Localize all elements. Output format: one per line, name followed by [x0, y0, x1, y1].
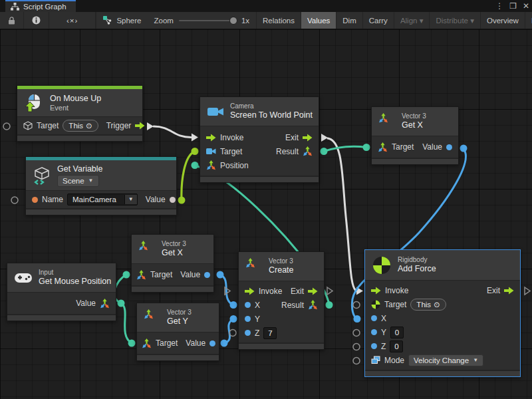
code-brackets-icon[interactable]: ‹×›: [49, 12, 96, 29]
wire-endpoint: [217, 271, 224, 279]
float-input-port[interactable]: [245, 330, 251, 336]
graph-context-button[interactable]: Sphere: [96, 12, 147, 29]
wire-endpoint: [192, 148, 199, 155]
gameobject-cube-icon[interactable]: [23, 121, 33, 130]
camera-port-icon[interactable]: [206, 148, 216, 155]
port-label-target: Target: [156, 338, 178, 348]
node-category: Vector 3: [167, 309, 192, 316]
vector3-port-icon[interactable]: [142, 338, 152, 348]
vector3-port-icon[interactable]: [136, 270, 146, 280]
chevron-down-icon: ▼: [473, 356, 478, 365]
camera-icon: [207, 104, 224, 120]
node-category: Vector 3: [402, 112, 426, 120]
port-label-value: Value: [146, 195, 166, 204]
graph-icon: [102, 16, 112, 25]
vector3-port-icon[interactable]: [308, 300, 318, 310]
window-maximize-icon[interactable]: ❒: [509, 0, 517, 12]
toolbar-button-distribute[interactable]: Distribute ▾: [430, 12, 481, 29]
tab-script-graph[interactable]: Script Graph: [5, 0, 76, 12]
target-this-selector[interactable]: This⊙: [410, 299, 446, 311]
toolbar-button-values[interactable]: Values: [301, 12, 336, 29]
string-port[interactable]: [32, 197, 38, 203]
toolbar-button-relations[interactable]: Relations: [257, 12, 301, 29]
y-value-field[interactable]: 0: [390, 327, 404, 338]
node-add-force[interactable]: Rigidbody Add Force Invoke Exit Target T…: [364, 249, 521, 377]
control-output-icon[interactable]: [308, 287, 318, 295]
node-title: Get Y: [167, 317, 192, 327]
float-output-port[interactable]: [209, 340, 215, 346]
vector3-icon: [138, 241, 156, 258]
tab-bar: Script Graph ⋮ ❒ ✕: [0, 0, 532, 12]
variable-scope-dropdown[interactable]: Scene▼: [57, 175, 99, 187]
toolbar-button-align[interactable]: Align ▾: [394, 12, 430, 29]
node-title: Screen To World Point: [230, 110, 312, 120]
wire-endpoint: [326, 301, 333, 309]
node-title: Get X: [402, 120, 426, 130]
window-menu-icon[interactable]: ⋮: [495, 0, 503, 12]
node-on-mouse-up[interactable]: On Mouse Up Event Target This⊙ Trigger: [17, 85, 143, 142]
node-get-variable[interactable]: Get Variable Scene▼ Name MainCamera▼ Val…: [25, 156, 177, 215]
port-label-value: Value: [186, 338, 205, 348]
unity-variable-icon: [33, 166, 51, 185]
node-vector3-get-x-top[interactable]: Vector 3 Get X Target Value: [371, 106, 459, 165]
wire-endpoint: [178, 197, 186, 204]
control-output-icon[interactable]: [135, 122, 145, 130]
port-label-target: Target: [37, 121, 59, 130]
toolbar-button-dim[interactable]: Dim: [336, 12, 362, 29]
object-output-port[interactable]: [170, 197, 176, 203]
control-output-icon[interactable]: [303, 134, 313, 142]
mode-dropdown[interactable]: Velocity Change▼: [408, 354, 483, 366]
variable-name-dropdown[interactable]: MainCamera▼: [67, 194, 138, 205]
float-input-port[interactable]: [245, 302, 251, 308]
port-label-invoke: Invoke: [220, 133, 243, 142]
toolbar-button-overview[interactable]: Overview: [481, 12, 525, 29]
node-get-mouse-position[interactable]: Input Get Mouse Position Value: [7, 263, 116, 321]
node-vector3-get-x-mid[interactable]: Vector 3 Get X Target Value: [131, 234, 214, 293]
lock-icon[interactable]: [0, 12, 24, 29]
node-category: Vector 3: [162, 240, 186, 247]
float-input-port[interactable]: [371, 329, 377, 335]
rigidbody-port-icon[interactable]: [371, 300, 380, 309]
node-vector3-create[interactable]: Vector 3 Create Invoke Exit X Result: [238, 251, 325, 350]
float-input-port[interactable]: [245, 316, 251, 322]
enum-windows-icon[interactable]: [371, 356, 380, 364]
wire-endpoint: [230, 301, 237, 309]
node-subtitle: Event: [50, 104, 101, 112]
toolbar-button-carry[interactable]: Carry: [363, 12, 394, 29]
node-category: Vector 3: [269, 257, 294, 265]
float-output-port[interactable]: [204, 272, 210, 278]
vector3-port-icon[interactable]: [206, 160, 216, 170]
float-output-port[interactable]: [446, 144, 452, 150]
node-title: Get X: [162, 248, 186, 258]
node-vector3-get-y[interactable]: Vector 3 Get Y Target Value: [136, 303, 219, 361]
zoom-slider-handle[interactable]: [229, 17, 237, 25]
port-label-result: Result: [281, 301, 304, 310]
node-title: Get Variable: [57, 164, 103, 174]
vector3-port-icon[interactable]: [378, 142, 388, 152]
wire-endpoint: [128, 340, 136, 347]
node-screen-to-world-point[interactable]: Camera Screen To World Point Invoke Exit…: [200, 96, 319, 183]
zoom-slider[interactable]: [179, 20, 236, 21]
vector3-port-icon[interactable]: [303, 146, 313, 156]
z-value-field[interactable]: 0: [390, 340, 403, 352]
float-input-port[interactable]: [371, 315, 377, 321]
target-this-selector[interactable]: This⊙: [63, 120, 98, 132]
control-input-icon[interactable]: [245, 287, 255, 295]
vector3-port-icon[interactable]: [100, 299, 110, 309]
node-category: Rigidbody: [398, 256, 436, 263]
port-label-invoke: Invoke: [385, 286, 408, 295]
z-value-field[interactable]: 7: [263, 327, 277, 339]
toolbar-button-fullscreen[interactable]: Full Screen: [525, 12, 532, 29]
float-input-port[interactable]: [371, 343, 377, 349]
info-icon[interactable]: [24, 12, 49, 29]
control-input-icon[interactable]: [206, 134, 216, 142]
node-title: Get Mouse Position: [39, 277, 109, 287]
window-close-icon[interactable]: ✕: [523, 0, 529, 12]
port-label-x: X: [255, 301, 260, 310]
control-output-icon[interactable]: [504, 287, 514, 295]
control-input-icon[interactable]: [371, 287, 381, 295]
port-label-y: Y: [255, 315, 260, 324]
vector3-icon: [378, 113, 396, 130]
object-picker-icon: ⊙: [86, 121, 92, 130]
node-category: Input: [39, 269, 109, 276]
